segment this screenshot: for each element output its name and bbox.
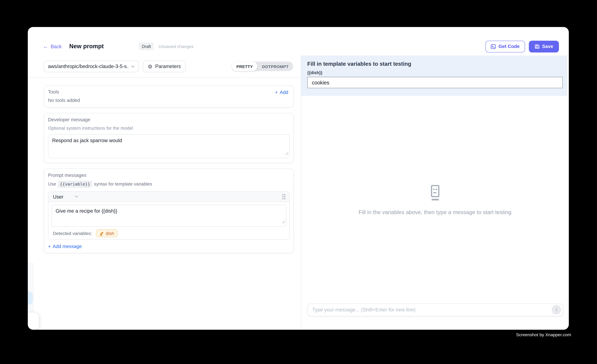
message-block: User xyxy=(48,191,290,239)
developer-message-subtitle: Optional system instructions for the mod… xyxy=(48,126,290,131)
variable-chip-dish[interactable]: dish xyxy=(96,229,118,237)
save-icon xyxy=(534,44,539,49)
back-arrow-icon: ← xyxy=(43,44,48,49)
drag-handle-icon[interactable] xyxy=(282,194,285,199)
screenshot-stage: ← Back New prompt Draft Unsaved changes … xyxy=(0,0,597,364)
tools-card: Tools + Add No tools added xyxy=(44,85,294,108)
back-button[interactable]: ← Back xyxy=(43,44,62,49)
chevron-down-icon xyxy=(75,195,79,198)
developer-message-textarea[interactable]: Respond as jack sparrow would xyxy=(48,134,290,158)
message-header: User xyxy=(48,192,289,202)
developer-message-title: Developer message xyxy=(48,117,290,123)
tools-empty-text: No tools added xyxy=(48,98,288,103)
status-badge: Draft xyxy=(139,43,154,50)
page-title: New prompt xyxy=(69,43,104,50)
send-button[interactable]: ↑ xyxy=(552,305,561,314)
variables-panel-title: Fill in template variables to start test… xyxy=(307,61,563,67)
add-tool-label: Add xyxy=(280,90,288,95)
tab-pretty[interactable]: PRETTY xyxy=(232,62,258,71)
save-label: Save xyxy=(542,44,553,49)
editor-content: Tools + Add No tools added Developer mes… xyxy=(28,77,301,253)
prompt-messages-card: Prompt messages Use {{variable}} syntax … xyxy=(44,168,294,253)
message-body: Give me a recipe for {{dish}} Detected v… xyxy=(48,202,289,239)
parameters-button[interactable]: ⚙ Parameters xyxy=(143,61,186,72)
resize-handle[interactable] xyxy=(282,218,285,225)
back-label: Back xyxy=(51,44,62,49)
developer-message-card: Developer message Optional system instru… xyxy=(44,113,294,163)
add-message-button[interactable]: + Add message xyxy=(48,244,82,249)
variable-name-label: {{dish}} xyxy=(307,70,563,75)
role-label: User xyxy=(53,194,63,199)
terminal-icon xyxy=(491,44,496,49)
plus-icon: + xyxy=(48,244,51,249)
detected-variables-row: Detected variables: dish xyxy=(51,229,286,237)
template-variables-panel: Fill in template variables to start test… xyxy=(301,56,567,96)
variable-value-input[interactable] xyxy=(307,77,563,88)
up-arrow-icon: ↑ xyxy=(555,307,558,313)
add-tool-button[interactable]: + Add xyxy=(275,90,288,95)
watermark-label: Screenshot by Xnapper.com xyxy=(516,333,571,337)
save-button[interactable]: Save xyxy=(529,40,559,52)
app-window: ← Back New prompt Draft Unsaved changes … xyxy=(28,27,569,329)
variable-chip-label: dish xyxy=(106,231,114,236)
pencil-icon xyxy=(99,231,104,236)
test-pane: Fill in template variables to start test… xyxy=(301,56,569,330)
chat-empty-text: Fill in the variables above, then type a… xyxy=(301,209,569,215)
plus-icon: + xyxy=(275,90,278,95)
gear-icon: ⚙ xyxy=(148,64,152,69)
model-select[interactable]: aws/anthropic/bedrock-claude-3-5-s... xyxy=(44,61,139,72)
tab-dotprompt[interactable]: DOTPROMPT xyxy=(258,62,293,71)
left-edge-highlight-fragment xyxy=(28,292,33,304)
parameters-label: Parameters xyxy=(155,64,181,69)
message-textarea[interactable]: Give me a recipe for {{dish}} xyxy=(51,205,286,227)
prompt-messages-title: Prompt messages xyxy=(48,173,290,178)
view-mode-toggle: PRETTY DOTPROMPT xyxy=(232,62,293,71)
unsaved-changes-label: Unsaved changes xyxy=(158,44,194,49)
variable-syntax-chip: {{variable}} xyxy=(58,181,92,188)
hint-prefix: Use xyxy=(48,182,56,187)
robot-icon xyxy=(428,185,441,202)
get-code-button[interactable]: Get Code xyxy=(486,40,525,52)
hint-suffix: syntax for template variables xyxy=(94,182,152,187)
window-header: ← Back New prompt Draft Unsaved changes … xyxy=(28,40,569,53)
chat-input-bar: ↑ xyxy=(307,303,564,316)
model-select-value: aws/anthropic/bedrock-claude-3-5-s... xyxy=(48,64,129,69)
editor-toolbar: aws/anthropic/bedrock-claude-3-5-s... ⚙ … xyxy=(28,56,301,78)
chat-message-input[interactable] xyxy=(312,307,552,313)
prompt-editor-pane: aws/anthropic/bedrock-claude-3-5-s... ⚙ … xyxy=(28,56,301,330)
resize-handle[interactable] xyxy=(285,150,289,157)
role-select[interactable]: User xyxy=(53,194,79,199)
chat-empty-state: Fill in the variables above, then type a… xyxy=(301,185,569,215)
bottom-left-popover-fragment xyxy=(28,313,39,330)
add-message-label: Add message xyxy=(53,244,82,249)
template-syntax-hint: Use {{variable}} syntax for template var… xyxy=(48,181,290,188)
detected-variables-label: Detected variables: xyxy=(53,231,92,236)
get-code-label: Get Code xyxy=(498,44,520,49)
chevron-down-icon xyxy=(131,65,135,68)
tools-title: Tools xyxy=(48,89,59,95)
